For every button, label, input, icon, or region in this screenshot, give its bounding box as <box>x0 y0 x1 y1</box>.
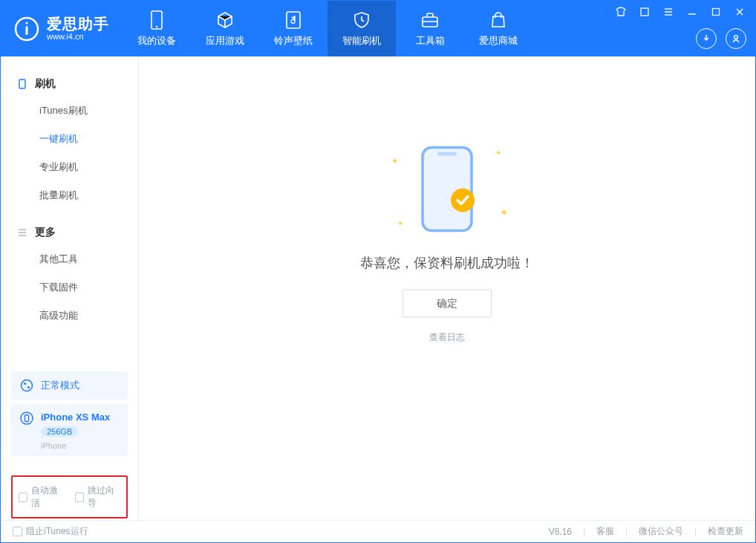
highlighted-options: 自动激活 跳过向导 <box>11 475 128 518</box>
tab-label: 铃声壁纸 <box>274 34 313 48</box>
user-button[interactable] <box>726 28 746 49</box>
checkbox-auto-activate[interactable]: 自动激活 <box>19 484 65 510</box>
check-update-link[interactable]: 检查更新 <box>708 525 743 538</box>
maximize-icon[interactable] <box>709 5 723 19</box>
app-site: www.i4.cn <box>47 32 109 41</box>
svg-rect-1 <box>26 26 28 35</box>
sidebar-group-more[interactable]: 更多 <box>1 220 138 245</box>
tab-label: 应用游戏 <box>206 34 244 48</box>
sidebar-item-pro-flash[interactable]: 专业刷机 <box>1 153 138 181</box>
toolbox-icon <box>420 10 440 30</box>
titlebar: 爱思助手 www.i4.cn 我的设备 应用游戏 铃声壁纸 智 <box>1 1 755 56</box>
checkbox-label: 阻止iTunes运行 <box>26 525 88 538</box>
sidebar-group-title: 更多 <box>35 226 56 239</box>
statusbar: 阻止iTunes运行 V8.16 客服 微信公众号 检查更新 <box>1 520 755 542</box>
list-icon <box>17 227 27 238</box>
checkbox-block-itunes[interactable]: 阻止iTunes运行 <box>13 525 88 538</box>
svg-point-17 <box>451 188 475 212</box>
device-capacity: 256GB <box>41 426 78 437</box>
svg-point-3 <box>156 25 157 27</box>
check-badge-icon <box>449 186 476 216</box>
sidebar-item-other-tools[interactable]: 其他工具 <box>1 245 138 273</box>
shirt-icon[interactable] <box>614 5 628 19</box>
sidebar-item-onekey-flash[interactable]: 一键刷机 <box>1 125 138 153</box>
svg-rect-6 <box>641 8 648 16</box>
svg-rect-14 <box>25 415 29 422</box>
tab-label: 我的设备 <box>137 34 176 48</box>
tab-device[interactable]: 我的设备 <box>123 1 191 56</box>
sidebar-item-advanced[interactable]: 高级功能 <box>1 302 138 330</box>
success-title: 恭喜您，保资料刷机成功啦！ <box>360 253 534 271</box>
svg-point-13 <box>21 412 33 424</box>
support-link[interactable]: 客服 <box>596 525 614 538</box>
version-text: V8.16 <box>549 527 572 537</box>
logo-icon <box>14 16 39 42</box>
svg-rect-16 <box>437 152 457 155</box>
minimize-icon[interactable] <box>685 5 699 19</box>
divider <box>626 527 627 536</box>
tab-ringtone[interactable]: 铃声壁纸 <box>259 1 328 56</box>
cube-icon <box>215 10 235 30</box>
svg-rect-7 <box>713 9 720 16</box>
tab-flash[interactable]: 智能刷机 <box>328 1 396 56</box>
mode-card[interactable]: 正常模式 <box>11 371 128 400</box>
checkbox-label: 自动激活 <box>31 484 64 510</box>
success-illustration: ✦ ✦ ✦ ✦ <box>384 140 510 237</box>
device-icon <box>147 10 166 30</box>
tab-toolbox[interactable]: 工具箱 <box>396 1 464 56</box>
titlebar-right <box>614 1 746 56</box>
wechat-link[interactable]: 微信公众号 <box>639 525 683 538</box>
phone-icon <box>20 412 33 425</box>
checkbox-icon <box>19 492 27 502</box>
tab-label: 工具箱 <box>416 34 445 48</box>
music-icon <box>284 10 303 30</box>
device-type: iPhone <box>41 441 110 450</box>
download-button[interactable] <box>696 28 717 49</box>
close-icon[interactable] <box>733 5 746 19</box>
workspace: 刷机 iTunes刷机 一键刷机 专业刷机 批量刷机 更多 其他工具 下载固件 … <box>1 56 755 520</box>
ok-button[interactable]: 确定 <box>403 289 492 317</box>
app-logo: 爱思助手 www.i4.cn <box>14 16 109 41</box>
main-area: ✦ ✦ ✦ ✦ 恭喜您，保资料刷机成功啦！ 确定 查看日志 <box>139 56 755 520</box>
device-card[interactable]: iPhone XS Max 256GB iPhone <box>11 404 128 456</box>
svg-point-11 <box>24 383 26 385</box>
checkbox-icon <box>75 492 84 502</box>
svg-point-12 <box>27 386 30 388</box>
bag-icon <box>489 10 508 30</box>
view-log-link[interactable]: 查看日志 <box>429 331 465 343</box>
app-name: 爱思助手 <box>47 16 109 32</box>
shield-icon <box>352 10 371 30</box>
svg-point-10 <box>22 380 33 391</box>
checkbox-label: 跳过向导 <box>88 484 120 510</box>
svg-point-8 <box>734 36 738 39</box>
divider <box>695 527 696 536</box>
sidebar-group-title: 刷机 <box>35 77 56 91</box>
phone-outline-icon <box>17 79 27 89</box>
tab-label: 智能刷机 <box>342 34 381 48</box>
sidebar: 刷机 iTunes刷机 一键刷机 专业刷机 批量刷机 更多 其他工具 下载固件 … <box>1 56 139 520</box>
svg-rect-9 <box>19 79 25 88</box>
top-tabs: 我的设备 应用游戏 铃声壁纸 智能刷机 工具箱 <box>123 1 532 56</box>
sidebar-item-itunes-flash[interactable]: iTunes刷机 <box>1 97 138 125</box>
menu-icon[interactable] <box>638 5 651 19</box>
checkbox-skip-guide[interactable]: 跳过向导 <box>75 484 121 510</box>
divider <box>584 527 584 536</box>
tab-store[interactable]: 爱思商城 <box>464 1 532 56</box>
window-controls <box>614 5 746 19</box>
mode-label: 正常模式 <box>41 379 79 392</box>
mode-icon <box>20 379 33 392</box>
sidebar-item-batch-flash[interactable]: 批量刷机 <box>1 181 138 209</box>
sidebar-item-download-firmware[interactable]: 下载固件 <box>1 273 138 302</box>
sidebar-group-flash[interactable]: 刷机 <box>1 71 138 97</box>
tab-apps[interactable]: 应用游戏 <box>191 1 259 56</box>
tab-label: 爱思商城 <box>479 34 518 48</box>
checkbox-icon <box>13 527 22 536</box>
list-icon[interactable] <box>662 5 675 19</box>
device-name: iPhone XS Max <box>41 412 110 423</box>
